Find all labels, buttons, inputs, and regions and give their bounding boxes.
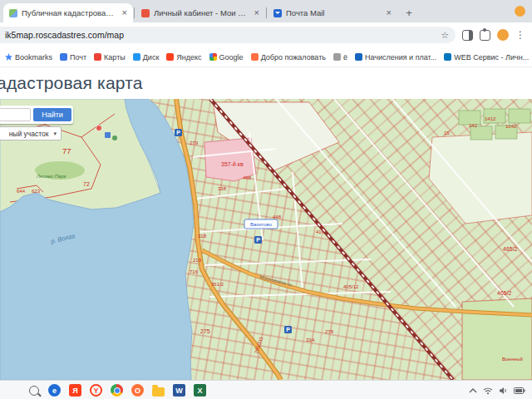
bookmark-item[interactable]: Добро пожаловать bbox=[251, 53, 326, 62]
map-favicon-icon bbox=[9, 9, 17, 17]
poi-pin-icon bbox=[96, 126, 102, 131]
bookmark-item[interactable]: WEB Сервис - Личн... bbox=[444, 53, 529, 62]
yandex-icon bbox=[166, 53, 174, 61]
poi-green-icon bbox=[112, 135, 117, 140]
svg-text:419: 419 bbox=[316, 229, 325, 234]
chevron-down-icon: ▾ bbox=[53, 131, 57, 137]
extensions-icon[interactable] bbox=[480, 30, 490, 41]
bookmark-item[interactable]: Начисления и плат... bbox=[355, 53, 436, 62]
bookmark-item[interactable]: ё bbox=[333, 53, 347, 62]
tab-divider bbox=[134, 7, 135, 18]
payments-icon bbox=[355, 53, 362, 61]
tab-personal-cabinet[interactable]: Личный кабинет - Мои обл... × bbox=[135, 3, 265, 22]
svg-text:Лесево Парк: Лесево Парк bbox=[36, 174, 67, 179]
svg-text:448: 448 bbox=[273, 214, 282, 219]
tab-title: Почта Mail bbox=[286, 8, 382, 17]
tab-mail[interactable]: Почта Mail × bbox=[268, 3, 397, 22]
taskbar-yandex-browser-icon[interactable]: Y bbox=[90, 384, 102, 397]
bookmark-item[interactable]: Bookmarks bbox=[5, 53, 52, 62]
bookmark-item[interactable]: Карты bbox=[94, 53, 126, 62]
tab-title: Личный кабинет - Мои обл... bbox=[154, 8, 250, 17]
svg-text:465/2: 465/2 bbox=[503, 246, 518, 252]
star-icon bbox=[5, 53, 12, 61]
side-panel-icon[interactable] bbox=[462, 30, 473, 41]
svg-text:623: 623 bbox=[32, 189, 41, 194]
svg-text:468: 468 bbox=[243, 175, 252, 180]
station-pill[interactable]: Вахитово bbox=[244, 219, 278, 229]
poi-blue-icon bbox=[105, 132, 111, 138]
browser-profile-icon[interactable] bbox=[515, 6, 525, 17]
tab-close-icon[interactable]: × bbox=[254, 8, 259, 17]
bookmark-item[interactable]: Яндекс bbox=[166, 53, 201, 62]
svg-text:465/2: 465/2 bbox=[497, 290, 512, 296]
svg-text:Военный: Военный bbox=[502, 357, 523, 362]
bookmark-item[interactable]: Почт bbox=[60, 53, 86, 62]
svg-text:Вахитово: Вахитово bbox=[250, 222, 273, 227]
mail-favicon-icon bbox=[273, 9, 282, 17]
web-service-icon bbox=[444, 53, 451, 61]
svg-text:279: 279 bbox=[190, 140, 199, 145]
svg-text:275: 275 bbox=[200, 328, 210, 334]
start-button[interactable] bbox=[7, 384, 19, 397]
parking-icon: P bbox=[254, 236, 262, 244]
parking-icon: P bbox=[284, 326, 292, 333]
svg-text:716: 716 bbox=[190, 269, 199, 274]
welcome-icon bbox=[251, 53, 259, 61]
search-input[interactable] bbox=[0, 108, 31, 121]
tab-close-icon[interactable]: × bbox=[387, 8, 392, 17]
system-tray bbox=[469, 387, 525, 395]
svg-text:318: 318 bbox=[198, 234, 207, 239]
taskbar-opera-icon[interactable]: O bbox=[131, 384, 144, 397]
volume-icon[interactable] bbox=[499, 387, 508, 395]
svg-text:1412: 1412 bbox=[485, 116, 496, 121]
bookmark-item[interactable]: Google bbox=[209, 53, 244, 62]
svg-text:P: P bbox=[286, 327, 290, 332]
svg-text:219: 219 bbox=[193, 258, 202, 263]
taskbar-chrome-icon[interactable] bbox=[111, 384, 123, 397]
taskbar-yandex-icon[interactable]: Я bbox=[69, 384, 81, 397]
tab-close-icon[interactable]: × bbox=[122, 8, 127, 17]
menu-kebab-icon[interactable]: ⋮ bbox=[515, 30, 525, 40]
svg-text:P: P bbox=[256, 237, 260, 243]
svg-text:338: 338 bbox=[218, 186, 227, 191]
object-type-dropdown[interactable]: ный участок ▾ bbox=[0, 126, 62, 140]
svg-text:405/12: 405/12 bbox=[343, 284, 359, 289]
cadastral-map[interactable]: P P P Вахитово 77 72 644 623 Лесево Парк… bbox=[0, 99, 532, 380]
search-button[interactable]: Найти bbox=[33, 108, 71, 121]
battery-icon[interactable] bbox=[514, 387, 525, 394]
parking-icon: P bbox=[175, 129, 182, 136]
google-icon bbox=[209, 53, 217, 61]
map-container: P P P Вахитово 77 72 644 623 Лесево Парк… bbox=[0, 99, 532, 380]
profile-avatar[interactable] bbox=[497, 29, 509, 41]
svg-text:142: 142 bbox=[469, 123, 478, 128]
url-text: ik5map.roscadastres.com/map bbox=[5, 30, 124, 40]
bookmarks-bar: Bookmarks Почт Карты Диск Яндекс Google … bbox=[0, 47, 532, 67]
page-header: адастровая карта bbox=[0, 67, 532, 99]
chevron-up-icon[interactable] bbox=[469, 387, 477, 394]
svg-text:15: 15 bbox=[444, 131, 450, 135]
svg-text:77: 77 bbox=[62, 146, 71, 155]
wifi-icon[interactable] bbox=[483, 387, 493, 395]
address-bar[interactable]: ik5map.roscadastres.com/map ☆ bbox=[0, 27, 456, 43]
tab-cadastral-map[interactable]: Публичная кадастровая карта × bbox=[3, 3, 133, 22]
svg-text:1042: 1042 bbox=[505, 124, 517, 129]
cabinet-favicon-icon bbox=[141, 9, 150, 17]
svg-text:278: 278 bbox=[325, 329, 334, 334]
svg-text:361/2: 361/2 bbox=[211, 282, 224, 287]
taskbar-excel-icon[interactable]: X bbox=[194, 384, 206, 397]
disk-icon bbox=[133, 53, 140, 61]
svg-text:644: 644 bbox=[17, 189, 26, 194]
mail-icon bbox=[60, 53, 67, 61]
bookmark-star-icon[interactable]: ☆ bbox=[441, 30, 449, 41]
map-search-panel: Найти bbox=[0, 106, 73, 124]
taskbar-search-icon[interactable] bbox=[27, 384, 40, 397]
pin-icon bbox=[94, 53, 101, 61]
browser-toolbar: ik5map.roscadastres.com/map ☆ ⋮ bbox=[0, 22, 532, 47]
new-tab-button[interactable]: + bbox=[402, 6, 416, 19]
taskbar-edge-icon[interactable]: e bbox=[48, 384, 61, 397]
taskbar-word-icon[interactable]: W bbox=[173, 384, 185, 397]
taskbar-explorer-icon[interactable] bbox=[152, 387, 165, 397]
tab-divider bbox=[266, 7, 267, 18]
bookmark-item[interactable]: Диск bbox=[133, 53, 160, 62]
windows-taskbar: e Я Y O W X bbox=[0, 380, 532, 399]
